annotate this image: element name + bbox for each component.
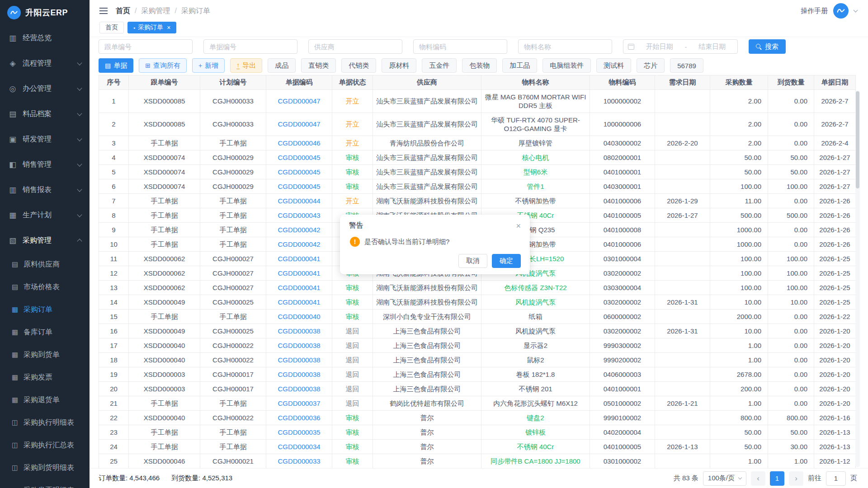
table-row[interactable]: 15手工单据手工单据CGDD000040审核深圳小白兔专业干洗有限公司纸箱060… [99,310,856,324]
category-tag[interactable]: 直销类 [301,58,336,73]
cancel-button[interactable]: 取消 [458,254,487,268]
table-row[interactable]: 24手工单据手工单据CGDD000034审核普尔不锈钢 40Cr04010000… [99,440,856,454]
doc-code-link[interactable]: CGDD000045 [266,150,332,165]
sidebar-subitem-purchase-orders[interactable]: ▦采购订单 [0,298,90,321]
document-button[interactable]: ▤ 单据 [99,58,133,73]
sidebar-subitem-raw-suppliers[interactable]: ▤原料供应商 [0,253,90,276]
table-row[interactable]: 16XSDD000049CGJH000025CGDD000038退回上海三色食品… [99,324,856,338]
doc-code-link[interactable]: CGDD000045 [266,165,332,179]
doc-no-input[interactable] [203,39,297,54]
track-no-input[interactable] [99,39,193,54]
table-row[interactable]: 25XSDD000046CGJH000021CGDD000033审核普尔同步带件… [99,454,856,469]
doc-code-link[interactable]: CGDD000041 [266,281,332,295]
export-button[interactable]: ↑ 导出 [230,58,262,73]
sidebar-item-materials[interactable]: ▤料品档案 [0,101,90,127]
page-size-select[interactable]: 100条/页 [703,471,746,486]
supplier-input[interactable] [308,39,402,54]
category-tag[interactable]: 电脑组装件 [542,58,591,73]
sidebar-subitem-exec-detail[interactable]: ◫采购执行明细表 [0,411,90,434]
material-name-input[interactable] [518,39,612,54]
doc-code-link[interactable]: CGDD000047 [266,90,332,113]
add-button[interactable]: + 新增 [192,58,225,73]
avatar[interactable] [833,3,849,19]
collapse-sidebar-button[interactable] [99,6,108,15]
sidebar-item-overview[interactable]: ▥经营总览 [0,25,90,51]
doc-code-link[interactable]: CGDD000038 [266,324,332,338]
sidebar-item-office[interactable]: ◎办公管理 [0,76,90,101]
sidebar-subitem-market-prices[interactable]: ▤市场价格表 [0,276,90,298]
sidebar-subitem-invoice-detail[interactable]: ◫采购发票明细表 [0,479,90,488]
tab-purchase-orders[interactable]: ● 采购订单 × [127,22,176,33]
close-dialog-icon[interactable]: × [516,222,521,230]
sidebar-item-purchase[interactable]: ▧采购管理 [0,228,90,253]
category-tag[interactable]: 芯片 [637,58,665,73]
table-row[interactable]: 2XSDD000085CGJH000033CGDD000047开立汕头市三辰蓝猫… [99,113,856,136]
doc-code-link[interactable]: CGDD000045 [266,179,332,194]
category-tag[interactable]: 代销类 [341,58,376,73]
category-tag[interactable]: 五金件 [422,58,457,73]
sidebar-subitem-purchase-arrival[interactable]: ▦采购到货单 [0,343,90,366]
doc-code-link[interactable]: CGDD000033 [266,454,332,469]
table-row[interactable]: 18XSDD000040CGJH000022CGDD000038退回上海三色食品… [99,353,856,367]
next-page-button[interactable]: › [789,471,803,486]
confirm-button[interactable]: 确定 [492,254,521,268]
doc-code-link[interactable]: CGDD000042 [266,223,332,237]
goto-page-input[interactable] [826,471,846,486]
doc-code-link[interactable]: CGDD000046 [266,136,332,150]
sidebar-subitem-purchase-invoice[interactable]: ▦采购发票 [0,366,90,389]
doc-code-link[interactable]: CGDD000040 [266,310,332,324]
table-row[interactable]: 6XSDD000074CGJH000029CGDD000045审核汕头市三辰蓝猫… [99,179,856,194]
scrollbar-thumb[interactable] [856,91,859,188]
category-tag[interactable]: 加工品 [502,58,537,73]
doc-code-link[interactable]: CGDD000038 [266,338,332,353]
doc-code-link[interactable]: CGDD000041 [266,266,332,281]
doc-code-link[interactable]: CGDD000047 [266,113,332,136]
tab-home[interactable]: 首页 [99,22,124,33]
table-row[interactable]: 13XSDD000062CGJH000027CGDD000041审核湖南飞沃新能… [99,281,856,295]
chevron-down-icon[interactable] [854,8,858,12]
sidebar-item-rd[interactable]: ▣研发管理 [0,127,90,152]
table-row[interactable]: 17XSDD000040CGJH000022CGDD000038退回上海三色食品… [99,338,856,353]
doc-code-link[interactable]: CGDD000041 [266,252,332,266]
table-row[interactable]: 4XSDD000074CGJH000029CGDD000045审核汕头市三辰蓝猫… [99,150,856,165]
doc-code-link[interactable]: CGDD000038 [266,367,332,382]
sidebar-item-process[interactable]: ◈流程管理 [0,51,90,76]
prev-page-button[interactable]: ‹ [751,471,765,486]
sidebar-item-production[interactable]: ▦生产计划 [0,202,90,228]
doc-code-link[interactable]: CGDD000038 [266,353,332,367]
table-row[interactable]: 23手工单据手工单据CGDD000035审核普尔镀锌板040200000450.… [99,425,856,440]
table-row[interactable]: 22XSDD000040CGJH000022CGDD000036审核普尔键盘29… [99,411,856,425]
table-row[interactable]: 1XSDD000085CGJH000033CGDD000047开立汕头市三辰蓝猫… [99,90,856,113]
close-tab-icon[interactable]: × [167,24,170,31]
sidebar-item-sales-report[interactable]: ▥销售报表 [0,177,90,202]
category-tag[interactable]: 56789 [670,58,703,73]
doc-code-link[interactable]: CGDD000034 [266,440,332,454]
breadcrumb-home[interactable]: 首页 [116,6,130,16]
doc-code-link[interactable]: CGDD000043 [266,208,332,223]
doc-code-link[interactable]: CGDD000044 [266,194,332,208]
table-row[interactable]: 14XSDD000049CGJH000025CGDD000041审核湖南飞沃新能… [99,295,856,310]
sidebar-subitem-purchase-return[interactable]: ▦采购退货单 [0,389,90,411]
category-tag[interactable]: 包装物 [462,58,497,73]
sidebar-subitem-exec-summary[interactable]: ◫采购执行汇总表 [0,434,90,456]
material-code-input[interactable] [413,39,507,54]
breadcrumb-purchase-mgmt[interactable]: 采购管理 [141,6,170,16]
manual-link[interactable]: 操作手册 [801,7,828,15]
sidebar-subitem-stock-orders[interactable]: ▦备库订单 [0,321,90,343]
doc-code-link[interactable]: CGDD000035 [266,425,332,440]
sidebar-subitem-arrival-detail[interactable]: ◫采购到货明细表 [0,456,90,479]
table-row[interactable]: 20XSDD000003CGJH000017CGDD000038退回上海三色食品… [99,382,856,396]
doc-code-link[interactable]: CGDD000037 [266,396,332,411]
category-tag[interactable]: 测试料 [596,58,631,73]
table-row[interactable]: 3手工单据手工单据CGDD000046开立青海纺织品股份合作公司厚壁镀锌管040… [99,136,856,150]
table-row[interactable]: 21手工单据手工单据CGDD000037退回鹤岗比优特超市有限公司内六角花形沉头… [99,396,856,411]
doc-code-link[interactable]: CGDD000042 [266,237,332,252]
table-row[interactable]: 19XSDD000003CGJH000017CGDD000038退回上海三色食品… [99,367,856,382]
category-tag[interactable]: 原材料 [382,58,416,73]
table-row[interactable]: 7手工单据手工单据CGDD000044开立湖南飞沃新能源科技股份有限公司不锈钢加… [99,194,856,208]
current-page-button[interactable]: 1 [770,471,784,486]
doc-code-link[interactable]: CGDD000041 [266,295,332,310]
search-button[interactable]: 搜索 [749,39,786,54]
doc-code-link[interactable]: CGDD000036 [266,411,332,425]
sidebar-item-sales[interactable]: ◧销售管理 [0,152,90,177]
